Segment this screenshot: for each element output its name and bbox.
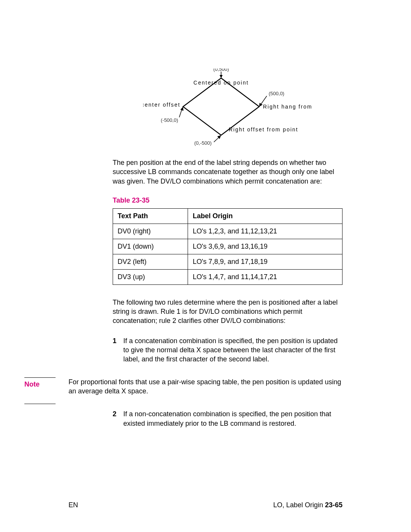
intro-paragraph: The pen position at the end of the label…	[113, 158, 342, 186]
svg-marker-4	[259, 103, 263, 107]
svg-marker-6	[180, 107, 183, 111]
table-row: DV0 (right) LO's 1,2,3, and 11,12,13,21	[113, 224, 342, 239]
footer-section: LO, Label Origin 23-65	[273, 501, 342, 509]
label-right-offset: Right offset from point	[229, 126, 298, 133]
coord-right: (500,0)	[269, 91, 284, 96]
footer-lang: EN	[68, 501, 78, 509]
rules-intro: The following two rules determine where …	[113, 298, 342, 326]
note-label-text: Note	[24, 380, 40, 388]
coord-left: (-500,0)	[161, 117, 178, 123]
table-row: DV2 (left) LO's 7,8,9, and 17,18,19	[113, 254, 342, 269]
note-block: Note For proportional fonts that use a p…	[24, 375, 342, 399]
table-caption: Table 23-35	[113, 197, 342, 204]
label-origin-diagram: (0,500) (500,0) (-500,0) (0,-500) Center…	[143, 69, 312, 147]
coord-top: (0,500)	[213, 69, 229, 72]
dvlo-table: Text Path Label Origin DV0 (right) LO's …	[113, 208, 342, 285]
note-body-text: For proportional fonts that use a pair-w…	[68, 378, 341, 395]
coord-bottom: (0,-500)	[194, 140, 212, 146]
table-row: DV3 (up) LO's 1,4,7, and 11,14,17,21	[113, 269, 342, 284]
svg-marker-2	[220, 75, 223, 78]
label-left-center: Left center offset	[143, 102, 180, 108]
th-label-origin: Label Origin	[188, 208, 342, 224]
label-right-hang: Right hang from point	[263, 104, 312, 110]
table-row: DV1 (down) LO's 3,6,9, and 13,16,19	[113, 239, 342, 254]
rule-2: 2 If a non-concatenation combination is …	[113, 409, 342, 428]
label-centered: Centered on point	[193, 80, 249, 86]
th-text-path: Text Path	[113, 208, 188, 224]
rule-1: 1 If a concatenation combination is spec…	[113, 336, 342, 364]
page-footer: EN LO, Label Origin 23-65	[68, 501, 342, 509]
